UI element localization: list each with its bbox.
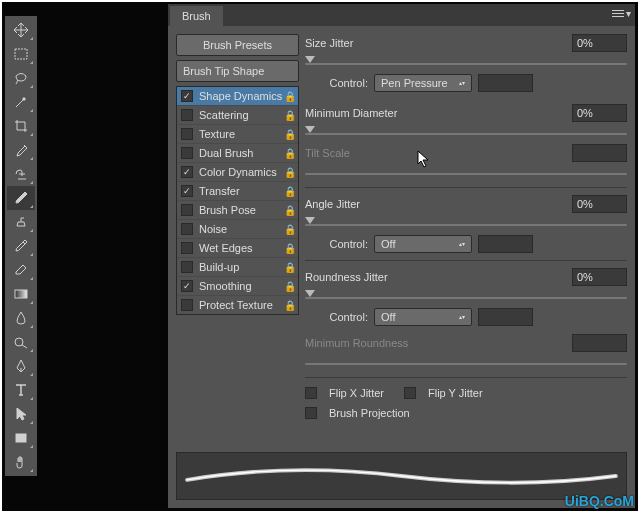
angle-jitter-control-extra (478, 235, 533, 253)
lasso-tool[interactable] (7, 66, 35, 90)
brush-option-label: Dual Brush (199, 147, 284, 159)
brush-option-checkbox[interactable] (181, 166, 193, 178)
lock-icon[interactable]: 🔒 (284, 224, 294, 234)
size-jitter-control-dropdown[interactable]: Pen Pressure▴▾ (374, 74, 472, 92)
flip-x-jitter-checkbox[interactable] (305, 387, 317, 399)
brush-option-shape-dynamics[interactable]: Shape Dynamics🔒 (177, 87, 298, 106)
brush-option-label: Protect Texture (199, 299, 284, 311)
history-brush-tool[interactable] (7, 234, 35, 258)
clone-stamp-tool[interactable] (7, 210, 35, 234)
angle-jitter-value[interactable]: 0% (572, 195, 627, 213)
lock-icon[interactable]: 🔒 (284, 129, 294, 139)
lock-icon[interactable]: 🔒 (284, 300, 294, 310)
brush-option-color-dynamics[interactable]: Color Dynamics🔒 (177, 163, 298, 182)
brush-projection-checkbox[interactable] (305, 407, 317, 419)
brush-option-brush-pose[interactable]: Brush Pose🔒 (177, 201, 298, 220)
lock-icon[interactable]: 🔒 (284, 262, 294, 272)
crop-tool[interactable] (7, 114, 35, 138)
brush-option-checkbox[interactable] (181, 223, 193, 235)
watermark-text-2: UiBQ.CoM (565, 493, 634, 509)
healing-brush-tool[interactable] (7, 162, 35, 186)
brush-option-label: Shape Dynamics (199, 90, 284, 102)
min-roundness-label: Minimum Roundness (305, 337, 566, 349)
hand-tool[interactable] (7, 450, 35, 474)
panel-menu-icon[interactable]: ▾ (612, 8, 631, 19)
eraser-tool[interactable] (7, 258, 35, 282)
control-label: Control: (323, 77, 368, 89)
brush-option-checkbox[interactable] (181, 185, 193, 197)
rect-marquee-tool[interactable] (7, 42, 35, 66)
brush-option-checkbox[interactable] (181, 299, 193, 311)
angle-jitter-slider[interactable] (305, 217, 627, 229)
roundness-jitter-label: Roundness Jitter (305, 271, 566, 283)
brush-presets-button[interactable]: Brush Presets (176, 34, 299, 56)
lock-icon[interactable]: 🔒 (284, 110, 294, 120)
min-roundness-value (572, 334, 627, 352)
brush-option-checkbox[interactable] (181, 128, 193, 140)
size-jitter-value[interactable]: 0% (572, 34, 627, 52)
brush-option-label: Transfer (199, 185, 284, 197)
brush-option-label: Scattering (199, 109, 284, 121)
lock-icon[interactable]: 🔒 (284, 167, 294, 177)
brush-option-checkbox[interactable] (181, 90, 193, 102)
brush-option-checkbox[interactable] (181, 109, 193, 121)
blur-tool[interactable] (7, 306, 35, 330)
gradient-tool[interactable] (7, 282, 35, 306)
brush-option-checkbox[interactable] (181, 280, 193, 292)
control-label: Control: (323, 238, 368, 250)
flip-x-jitter-label: Flip X Jitter (329, 387, 384, 399)
roundness-jitter-slider[interactable] (305, 290, 627, 302)
brush-tip-shape-button[interactable]: Brush Tip Shape (176, 60, 299, 82)
svg-rect-3 (16, 434, 26, 442)
brush-option-build-up[interactable]: Build-up🔒 (177, 258, 298, 277)
type-tool[interactable] (7, 378, 35, 402)
pen-tool[interactable] (7, 354, 35, 378)
lock-icon[interactable]: 🔒 (284, 186, 294, 196)
magic-wand-tool[interactable] (7, 90, 35, 114)
eyedropper-tool[interactable] (7, 138, 35, 162)
control-label: Control: (323, 311, 368, 323)
brush-tool[interactable] (7, 186, 35, 210)
roundness-jitter-control-dropdown[interactable]: Off▴▾ (374, 308, 472, 326)
brush-option-scattering[interactable]: Scattering🔒 (177, 106, 298, 125)
angle-jitter-label: Angle Jitter (305, 198, 566, 210)
brush-option-protect-texture[interactable]: Protect Texture🔒 (177, 296, 298, 314)
brush-option-noise[interactable]: Noise🔒 (177, 220, 298, 239)
min-diameter-value[interactable]: 0% (572, 104, 627, 122)
path-selection-tool[interactable] (7, 402, 35, 426)
size-jitter-label: Size Jitter (305, 37, 566, 49)
lock-icon[interactable]: 🔒 (284, 91, 294, 101)
roundness-jitter-value[interactable]: 0% (572, 268, 627, 286)
lock-icon[interactable]: 🔒 (284, 205, 294, 215)
brush-option-label: Wet Edges (199, 242, 284, 254)
brush-option-wet-edges[interactable]: Wet Edges🔒 (177, 239, 298, 258)
lock-icon[interactable]: 🔒 (284, 148, 294, 158)
tab-brush[interactable]: Brush (170, 6, 223, 26)
brush-option-checkbox[interactable] (181, 147, 193, 159)
lock-icon[interactable]: 🔒 (284, 243, 294, 253)
size-jitter-slider[interactable] (305, 56, 627, 68)
lock-icon[interactable]: 🔒 (284, 281, 294, 291)
rectangle-tool[interactable] (7, 426, 35, 450)
flip-y-jitter-checkbox[interactable] (404, 387, 416, 399)
move-tool[interactable] (7, 18, 35, 42)
roundness-jitter-control-extra (478, 308, 533, 326)
tilt-scale-value (572, 144, 627, 162)
brush-option-transfer[interactable]: Transfer🔒 (177, 182, 298, 201)
tilt-scale-label: Tilt Scale (305, 147, 566, 159)
brush-panel: Brush ▾ Brush Presets Brush Tip Shape Sh… (168, 4, 635, 508)
brush-option-dual-brush[interactable]: Dual Brush🔒 (177, 144, 298, 163)
dodge-tool[interactable] (7, 330, 35, 354)
brush-option-label: Texture (199, 128, 284, 140)
brush-option-label: Noise (199, 223, 284, 235)
brush-option-smoothing[interactable]: Smoothing🔒 (177, 277, 298, 296)
brush-option-checkbox[interactable] (181, 261, 193, 273)
flip-y-jitter-label: Flip Y Jitter (428, 387, 483, 399)
brush-projection-label: Brush Projection (329, 407, 410, 419)
brush-option-label: Brush Pose (199, 204, 284, 216)
brush-option-checkbox[interactable] (181, 204, 193, 216)
angle-jitter-control-dropdown[interactable]: Off▴▾ (374, 235, 472, 253)
brush-option-checkbox[interactable] (181, 242, 193, 254)
brush-option-texture[interactable]: Texture🔒 (177, 125, 298, 144)
min-diameter-slider[interactable] (305, 126, 627, 138)
